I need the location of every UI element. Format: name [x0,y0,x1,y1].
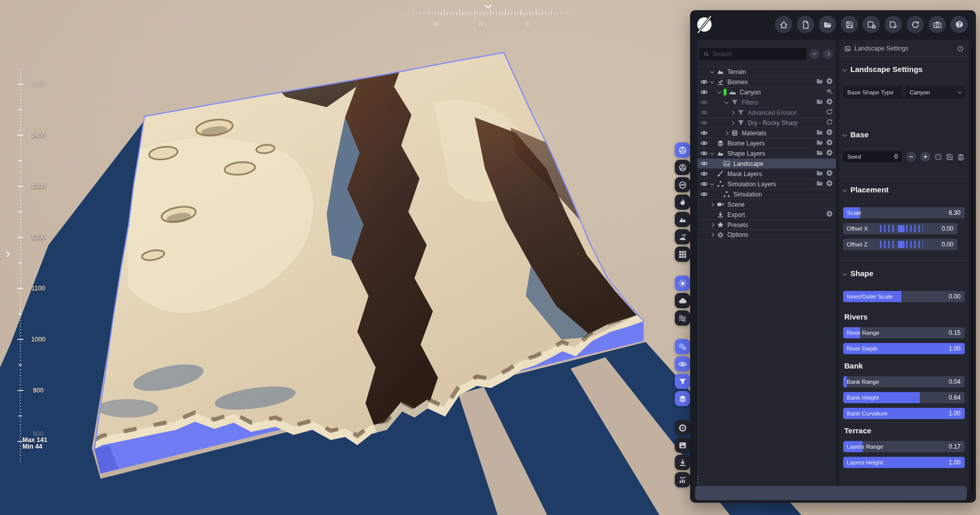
add-icon[interactable] [826,139,833,148]
filter-button[interactable] [675,374,690,389]
layers-button[interactable] [675,391,690,406]
folder-icon[interactable] [816,129,823,137]
gears-button[interactable] [675,339,690,354]
tree-item-dry-rocky-sharp[interactable]: Dry - Rocky Sharp [697,117,836,128]
tree-item-scene[interactable]: Scene [697,199,836,209]
visibility-eye-icon[interactable] [700,109,708,117]
folder-icon[interactable] [816,78,823,86]
compass-ruler[interactable]: W N E [398,8,582,32]
search-field[interactable] [699,48,806,60]
record-button[interactable] [675,420,690,435]
section-shape[interactable]: Shape [839,269,969,278]
tree-item-biome-layers[interactable]: Biome Layers [697,138,836,148]
download-button[interactable] [675,455,690,470]
base-shape-type-dropdown[interactable]: Canyon [905,86,965,99]
tree-item-simulation-layers[interactable]: Simulation Layers [697,179,836,189]
screenshot-button[interactable] [928,16,946,33]
tree-item-terrain[interactable]: Terrain [697,66,836,77]
folder-icon[interactable] [816,149,823,158]
home-button[interactable] [775,16,792,33]
bank-height-slider[interactable]: Bank Height 0.64 [843,392,965,403]
tree-item-filters[interactable]: Filters [697,97,836,107]
bank-curvature-slider[interactable]: Bank Curvature 1.00 [843,408,965,419]
help-button[interactable] [950,16,968,33]
new-file-button[interactable] [797,16,814,33]
tree-item-materials[interactable]: Materials [697,128,836,138]
visibility-eye-icon[interactable] [700,129,708,137]
visibility-eye-icon[interactable] [700,190,708,199]
section-base[interactable]: Base [839,130,969,139]
tree-item-presets[interactable]: Presets [697,219,836,230]
offset-x-scrubber[interactable]: Offset X 0.00 m [843,223,958,234]
sun-button[interactable] [675,276,690,291]
island-button[interactable] [675,229,690,244]
refresh-icon[interactable] [826,108,833,117]
seed-increment-button[interactable] [920,152,930,162]
planet-mesh-button[interactable] [675,142,690,158]
folder-icon[interactable] [816,139,823,148]
tree-item-biomes[interactable]: Biomes [697,77,836,87]
save-icon[interactable] [946,153,953,161]
panel-resize-handle[interactable] [697,476,699,483]
add-icon[interactable] [826,98,833,107]
seed-decrement-button[interactable] [906,152,916,162]
cloud-button[interactable] [675,293,690,308]
folder-icon[interactable] [816,180,823,188]
add-icon[interactable] [826,210,833,219]
tree-item-shape-layers[interactable]: Shape Layers [697,148,836,158]
database-icon[interactable] [957,153,965,161]
visibility-eye-icon[interactable] [700,119,708,127]
inspector-scrollbar[interactable] [971,48,973,493]
jump-to-button[interactable] [823,49,833,59]
river-depth-slider[interactable]: River Depth 1.00 [843,343,965,354]
grid-button[interactable] [675,247,690,262]
folder-icon[interactable] [816,169,823,178]
add-icon[interactable] [826,129,833,137]
image-button[interactable] [675,437,690,453]
tree-item-mask-layers[interactable]: Mask Layers [697,168,836,179]
randomize-dice-icon[interactable] [935,153,942,161]
visibility-eye-icon[interactable] [700,170,708,178]
flame-button[interactable] [675,194,690,210]
tree-item-landscape[interactable]: Landscape [697,158,836,168]
add-icon[interactable] [826,180,833,188]
visibility-eye-icon[interactable] [700,180,708,188]
mountain-button[interactable] [675,212,690,227]
stats-button[interactable] [675,472,690,487]
collapse-all-button[interactable] [810,49,820,59]
waves-button[interactable] [675,310,690,326]
visibility-eye-icon[interactable] [700,88,708,96]
add-icon[interactable] [826,149,833,158]
pin-power-icon[interactable] [957,45,964,52]
layers-height-slider[interactable]: Layers Height 1.00 [843,457,965,468]
tree-item-canyon[interactable]: Canyon [697,87,836,97]
tree-item-options[interactable]: Options [697,230,836,240]
add-icon[interactable] [826,78,833,86]
visibility-eye-icon[interactable] [700,78,708,86]
tree-item-simulation[interactable]: Simulation [697,189,836,199]
offset-z-scrubber[interactable]: Offset Z 0.00 m [843,239,958,250]
section-placement[interactable]: Placement [839,185,969,194]
inner-outer-scale-slider[interactable]: Inner/Outer Scale 0.00 [843,291,965,302]
visibility-eye-icon[interactable] [700,139,708,148]
sync-button[interactable] [906,16,924,33]
tree-item-advanced-erosion[interactable]: Advanced Erosion - Se [697,107,836,117]
refresh-icon[interactable] [826,118,833,127]
eye-button[interactable] [675,356,690,372]
visibility-eye-icon[interactable] [700,150,708,158]
river-range-slider[interactable]: River Range 0.15 [843,327,965,338]
tree-item-export[interactable]: Export [697,209,836,219]
visibility-eye-icon[interactable] [700,99,708,107]
folder-icon[interactable] [816,98,823,107]
scale-slider[interactable]: Scale 6.30 [843,207,965,218]
save-add-button[interactable] [863,16,880,33]
crater-ridge-button[interactable] [675,177,690,192]
search-input[interactable] [713,51,802,58]
bank-range-slider[interactable]: Bank Range 0.04 [843,376,965,387]
save-button[interactable] [841,16,858,33]
seed-field[interactable]: Seed 0 [843,151,902,162]
save-edit-button[interactable] [885,16,902,33]
open-folder-button[interactable] [819,16,836,33]
add-icon[interactable] [826,169,833,178]
visibility-eye-icon[interactable] [700,160,708,168]
